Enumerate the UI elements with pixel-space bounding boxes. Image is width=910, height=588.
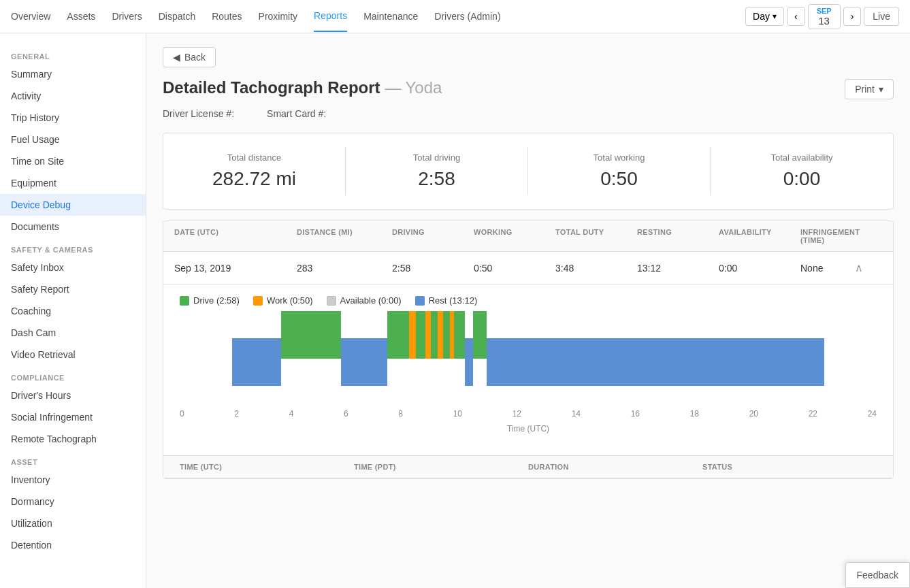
col-duration: DURATION (528, 463, 702, 471)
svg-rect-9 (438, 311, 443, 359)
sidebar: GENERAL Summary Activity Trip History Fu… (0, 33, 146, 588)
nav-proximity[interactable]: Proximity (259, 1, 298, 31)
legend-available-color (327, 296, 336, 306)
svg-rect-5 (409, 311, 416, 359)
nav-assets[interactable]: Assets (67, 1, 95, 31)
sidebar-item-detention[interactable]: Detention (0, 534, 146, 556)
col-working: WORKING (474, 228, 555, 244)
nav-dispatch[interactable]: Dispatch (159, 1, 195, 31)
nav-reports[interactable]: Reports (314, 1, 347, 32)
svg-rect-14 (473, 311, 487, 359)
safety-section-label: SAFETY & CAMERAS (0, 238, 146, 257)
legend-rest: Rest (13:12) (415, 295, 478, 306)
cell-total-duty: 3:48 (555, 263, 637, 274)
bottom-table-header: TIME (UTC) TIME (PDT) DURATION STATUS (163, 455, 893, 478)
sidebar-item-device-debug[interactable]: Device Debug (0, 194, 146, 216)
svg-rect-11 (450, 311, 454, 359)
table-row[interactable]: Sep 13, 2019 283 2:58 0:50 3:48 13:12 0:… (163, 252, 893, 284)
back-button[interactable]: ◀ Back (163, 47, 216, 67)
driver-info: Driver License #: Smart Card #: (163, 108, 894, 119)
nav-maintenance[interactable]: Maintenance (363, 1, 418, 31)
nav-drivers-admin[interactable]: Drivers (Admin) (434, 1, 500, 31)
sidebar-item-dormancy[interactable]: Dormancy (0, 491, 146, 512)
live-button[interactable]: Live (864, 7, 899, 26)
cell-infringement: None (800, 263, 855, 274)
title-row: Detailed Tachograph Report — Yoda Print … (163, 78, 894, 100)
stat-total-working: Total working 0:50 (528, 147, 711, 195)
sidebar-item-time-on-site[interactable]: Time on Site (0, 150, 146, 172)
col-time-pdt: TIME (PDT) (354, 463, 528, 471)
compliance-section-label: COMPLIANCE (0, 365, 146, 385)
stat-total-distance: Total distance 282.72 mi (163, 147, 346, 195)
sidebar-item-inventory[interactable]: Inventory (0, 469, 146, 491)
collapse-row-icon[interactable]: ∧ (855, 261, 882, 274)
nav-drivers[interactable]: Drivers (112, 1, 142, 31)
svg-rect-2 (341, 338, 387, 386)
prev-date-button[interactable]: ‹ (787, 7, 805, 26)
x-axis: 0 2 4 6 8 10 12 14 16 18 20 22 24 (180, 406, 877, 421)
sidebar-item-remote-tachograph[interactable]: Remote Tachograph (0, 428, 146, 450)
svg-rect-8 (431, 311, 438, 359)
cell-distance: 283 (297, 263, 392, 274)
legend-drive-color (180, 296, 189, 306)
legend-work-color (253, 296, 263, 306)
svg-rect-12 (454, 311, 465, 359)
back-arrow-icon: ◀ (173, 52, 180, 63)
svg-rect-13 (465, 338, 473, 386)
x-axis-title: Time (UTC) (180, 421, 877, 439)
stats-card: Total distance 282.72 mi Total driving 2… (163, 133, 894, 210)
page-title: Detailed Tachograph Report — Yoda (163, 78, 442, 97)
table-header: DATE (UTC) DISTANCE (MI) DRIVING WORKING… (163, 221, 893, 252)
col-resting: RESTING (637, 228, 719, 244)
current-date[interactable]: SEP 13 (808, 4, 841, 29)
sidebar-item-documents[interactable]: Documents (0, 216, 146, 238)
cell-date: Sep 13, 2019 (174, 263, 297, 274)
col-status: STATUS (702, 463, 877, 471)
sidebar-item-video-retrieval[interactable]: Video Retrieval (0, 344, 146, 365)
svg-rect-3 (387, 311, 400, 359)
chevron-down-icon: ▾ (773, 12, 777, 21)
nav-routes[interactable]: Routes (212, 1, 242, 31)
sidebar-item-drivers-hours[interactable]: Driver's Hours (0, 385, 146, 406)
sidebar-item-coaching[interactable]: Coaching (0, 300, 146, 322)
legend-available: Available (0:00) (327, 295, 402, 306)
nav-controls: Day ▾ ‹ SEP 13 › Live (745, 4, 899, 29)
driver-license-label: Driver License #: (163, 108, 234, 119)
next-date-button[interactable]: › (843, 7, 862, 26)
nav-links: Overview Assets Drivers Dispatch Routes … (11, 1, 501, 32)
day-selector[interactable]: Day ▾ (745, 7, 784, 26)
chart-legend: Drive (2:58) Work (0:50) Available (0:00… (163, 284, 893, 311)
cell-resting: 13:12 (637, 263, 719, 274)
app-layout: GENERAL Summary Activity Trip History Fu… (0, 33, 910, 588)
data-table: DATE (UTC) DISTANCE (MI) DRIVING WORKING… (163, 220, 894, 479)
feedback-button[interactable]: Feedback (845, 562, 910, 588)
svg-rect-6 (416, 311, 425, 359)
top-nav: Overview Assets Drivers Dispatch Routes … (0, 0, 910, 33)
asset-section-label: ASSET (0, 450, 146, 469)
sidebar-item-trip-history[interactable]: Trip History (0, 107, 146, 129)
stat-total-availability: Total availability 0:00 (711, 147, 893, 195)
sidebar-item-utilization[interactable]: Utilization (0, 512, 146, 534)
svg-rect-15 (487, 338, 824, 386)
col-total-duty: TOTAL DUTY (555, 228, 637, 244)
col-infringement: INFRINGEMENT (TIME) (800, 228, 860, 244)
svg-rect-7 (425, 311, 431, 359)
smart-card-label: Smart Card #: (267, 108, 326, 119)
sidebar-item-safety-report[interactable]: Safety Report (0, 278, 146, 300)
print-button[interactable]: Print ▾ (845, 79, 894, 99)
stat-total-driving: Total driving 2:58 (346, 147, 528, 195)
general-section-label: GENERAL (0, 44, 146, 63)
svg-rect-10 (443, 311, 450, 359)
sidebar-item-safety-inbox[interactable]: Safety Inbox (0, 257, 146, 278)
sidebar-item-social-infringement[interactable]: Social Infringement (0, 406, 146, 428)
sidebar-item-fuel-usage[interactable]: Fuel Usage (0, 129, 146, 150)
col-distance: DISTANCE (MI) (297, 228, 392, 244)
cell-availability: 0:00 (719, 263, 800, 274)
sidebar-item-activity[interactable]: Activity (0, 85, 146, 107)
sidebar-item-equipment[interactable]: Equipment (0, 172, 146, 194)
cell-working: 0:50 (474, 263, 555, 274)
sidebar-item-summary[interactable]: Summary (0, 63, 146, 85)
sidebar-item-dash-cam[interactable]: Dash Cam (0, 322, 146, 344)
nav-overview[interactable]: Overview (11, 1, 50, 31)
svg-rect-0 (232, 338, 281, 386)
